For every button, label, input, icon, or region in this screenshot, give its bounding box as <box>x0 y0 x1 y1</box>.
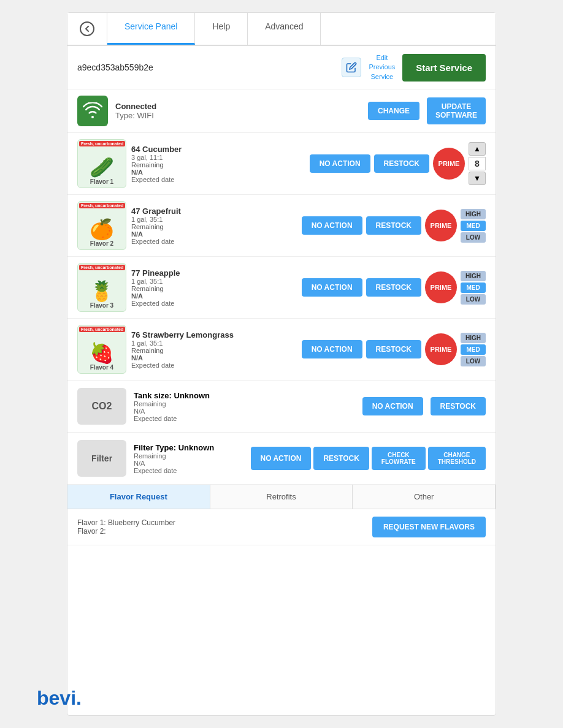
nav-advanced[interactable]: Advanced <box>248 13 321 45</box>
wifi-connected-label: Connected <box>115 102 361 111</box>
filter-row: Filter Filter Type: Unknown Remaining N/… <box>67 433 496 485</box>
flavor-2-low-btn[interactable]: LOW <box>461 232 486 243</box>
device-id: a9ecd353ab559b2e <box>77 63 334 72</box>
change-button[interactable]: CHANGE <box>368 102 419 120</box>
flavor-3-expected: Expected date <box>131 300 297 307</box>
flavor-4-level-controls: HIGH MED LOW <box>461 333 486 366</box>
flavor-1-image: Fresh, uncarbonated 🥒 Flavor 1 <box>77 139 126 188</box>
flavor-4-high-btn[interactable]: HIGH <box>461 333 486 343</box>
flavor-4-name: 76 Strawberry Lemongrass <box>131 330 297 339</box>
flavor-4-low-btn[interactable]: LOW <box>461 356 486 366</box>
filter-info: Filter Type: Unknown Remaining N/A Expec… <box>134 443 243 474</box>
bottom-tabs: Flavor Request Retrofits Other <box>67 485 496 509</box>
svg-point-0 <box>80 22 94 36</box>
filter-restock-button[interactable]: RESTOCK <box>313 447 369 470</box>
flavor-2-no-action-button[interactable]: NO ACTION <box>302 216 362 235</box>
co2-remaining: Remaining <box>134 400 355 408</box>
flavor-2-slot-label: Flavor 2 <box>90 240 113 247</box>
flavor-1-info: 64 Cucumber 3 gal, 11:1 RemainingN/A Exp… <box>131 145 305 183</box>
flavor-2-info: 47 Grapefruit 1 gal, 35:1 RemainingN/A E… <box>131 207 297 245</box>
flavor-4-badge: Fresh, uncarbonated <box>79 327 125 332</box>
flavor-request-text: Flavor 1: Blueberry Cucumber Flavor 2: <box>77 518 175 536</box>
filter-label: Filter <box>77 440 126 477</box>
flavor-2-image: Fresh, uncarbonated 🍊 Flavor 2 <box>77 201 126 250</box>
filter-type: Filter Type: Unknown <box>134 443 243 452</box>
flavor-3-slot-label: Flavor 3 <box>90 302 113 309</box>
flavor-3-no-action-button[interactable]: NO ACTION <box>302 278 362 297</box>
back-button[interactable] <box>67 13 107 45</box>
flavor-2-med-btn[interactable]: MED <box>461 221 486 231</box>
flavor-3-restock-button[interactable]: RESTOCK <box>366 278 421 297</box>
flavor-3-row: Fresh, uncarbonated 🍍 Flavor 3 77 Pineap… <box>67 257 496 319</box>
update-software-button[interactable]: UPDATESOFTWARE <box>427 97 486 124</box>
co2-restock-button[interactable]: RESTOCK <box>431 397 486 415</box>
flavor-4-actions: NO ACTION RESTOCK PRIME HIGH MED LOW <box>302 333 486 366</box>
flavor-4-prime-button[interactable]: PRIME <box>425 333 457 365</box>
flavor-3-badge: Fresh, uncarbonated <box>79 265 125 270</box>
flavor-4-remaining: RemainingN/A <box>131 347 297 362</box>
flavor-4-detail: 1 gal, 35:1 <box>131 339 297 347</box>
flavor-2-badge: Fresh, uncarbonated <box>79 203 125 208</box>
flavor-1-arrow-controls: ▲ 8 ▼ <box>469 142 486 185</box>
flavor-1-prime-button[interactable]: PRIME <box>433 148 465 180</box>
flavor-1-row: Fresh, uncarbonated 🥒 Flavor 1 64 Cucumb… <box>67 133 496 195</box>
flavor-4-restock-button[interactable]: RESTOCK <box>366 340 421 358</box>
flavor-2-remaining: RemainingN/A <box>131 223 297 238</box>
flavor-1-arrow-down[interactable]: ▼ <box>469 172 486 185</box>
flavor-3-med-btn[interactable]: MED <box>461 282 486 293</box>
flavor-1-detail: 3 gal, 11:1 <box>131 154 305 161</box>
flavor-3-high-btn[interactable]: HIGH <box>461 271 486 281</box>
flavor-4-med-btn[interactable]: MED <box>461 344 486 355</box>
filter-no-action-button[interactable]: NO ACTION <box>251 447 312 470</box>
co2-tank-size: Tank size: Unknown <box>134 391 355 400</box>
wifi-info: Connected Type: WIFI <box>115 102 361 120</box>
flavor-1-request: Flavor 1: Blueberry Cucumber <box>77 518 175 527</box>
nav-service-panel[interactable]: Service Panel <box>107 13 195 45</box>
flavor-4-image: Fresh, uncarbonated 🍓 Flavor 4 <box>77 325 126 374</box>
co2-no-action-button[interactable]: NO ACTION <box>362 397 423 415</box>
edit-icon-button[interactable] <box>342 58 361 77</box>
wifi-type-label: Type: WIFI <box>115 111 361 120</box>
flavor-3-info: 77 Pineapple 1 gal, 35:1 RemainingN/A Ex… <box>131 268 297 307</box>
flavor-3-low-btn[interactable]: LOW <box>461 294 486 305</box>
flavor-1-fruit-icon: 🥒 <box>90 157 114 177</box>
flavor-3-remaining: RemainingN/A <box>131 285 297 300</box>
flavor-3-prime-button[interactable]: PRIME <box>425 271 457 303</box>
flavor-1-arrow-up[interactable]: ▲ <box>469 142 486 156</box>
wifi-row: Connected Type: WIFI CHANGE UPDATESOFTWA… <box>67 89 496 133</box>
flavor-1-value: 8 <box>469 157 486 170</box>
flavor-2-restock-button[interactable]: RESTOCK <box>366 216 421 235</box>
flavor-3-detail: 1 gal, 35:1 <box>131 278 297 285</box>
request-new-flavors-button[interactable]: REQUEST NEW FLAVORS <box>372 517 486 537</box>
flavor-4-slot-label: Flavor 4 <box>90 364 113 371</box>
flavor-1-actions: NO ACTION RESTOCK PRIME ▲ 8 ▼ <box>310 142 486 185</box>
flavor-1-restock-button[interactable]: RESTOCK <box>374 154 429 173</box>
flavor-4-no-action-button[interactable]: NO ACTION <box>302 340 362 358</box>
tab-retrofits[interactable]: Retrofits <box>210 485 353 509</box>
nav-help[interactable]: Help <box>195 13 248 45</box>
flavor-3-fruit-icon: 🍍 <box>90 281 114 301</box>
app-container: Service Panel Help Advanced a9ecd353ab55… <box>67 12 496 716</box>
edit-previous-service-link[interactable]: Edit Previous Service <box>369 53 395 82</box>
wifi-icon-box <box>77 96 108 126</box>
filter-check-flowrate-button[interactable]: CHECKFLOWRATE <box>372 447 426 470</box>
start-service-button[interactable]: Start Service <box>402 54 486 82</box>
flavor-2-high-btn[interactable]: HIGH <box>461 209 486 219</box>
filter-change-threshold-button[interactable]: CHANGETHRESHOLD <box>428 447 486 470</box>
flavor-2-row: Fresh, uncarbonated 🍊 Flavor 2 47 Grapef… <box>67 195 496 257</box>
flavor-3-image: Fresh, uncarbonated 🍍 Flavor 3 <box>77 263 126 312</box>
flavor-2-detail: 1 gal, 35:1 <box>131 216 297 223</box>
flavor-1-remaining: RemainingN/A <box>131 161 305 176</box>
flavor-1-expected: Expected date <box>131 176 305 183</box>
tab-flavor-request[interactable]: Flavor Request <box>67 485 210 509</box>
flavor-1-no-action-button[interactable]: NO ACTION <box>310 154 370 173</box>
tab-other[interactable]: Other <box>353 485 496 509</box>
flavor-3-name: 77 Pineapple <box>131 268 297 278</box>
co2-info: Tank size: Unknown Remaining N/A Expecte… <box>134 391 355 422</box>
flavor-2-expected: Expected date <box>131 238 297 245</box>
flavor-2-prime-button[interactable]: PRIME <box>425 210 457 241</box>
co2-remaining-value: N/A <box>134 408 355 415</box>
co2-row: CO2 Tank size: Unknown Remaining N/A Exp… <box>67 381 496 433</box>
bevi-logo: bevi. <box>37 687 82 710</box>
flavor-2-fruit-icon: 🍊 <box>90 219 114 239</box>
